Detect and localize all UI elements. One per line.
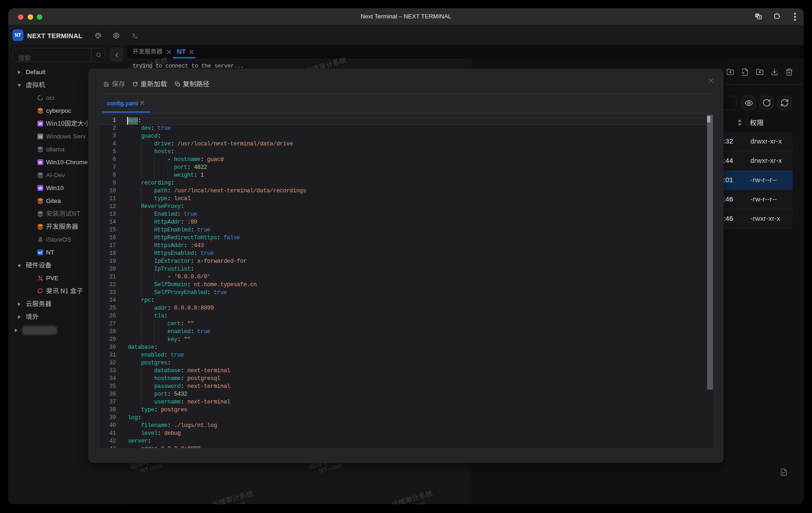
svg-text:W: W	[39, 160, 42, 165]
svg-text:W: W	[39, 134, 42, 139]
svg-text:W: W	[39, 186, 42, 190]
svg-text:W: W	[39, 121, 42, 126]
svg-text:NT: NT	[38, 251, 43, 254]
